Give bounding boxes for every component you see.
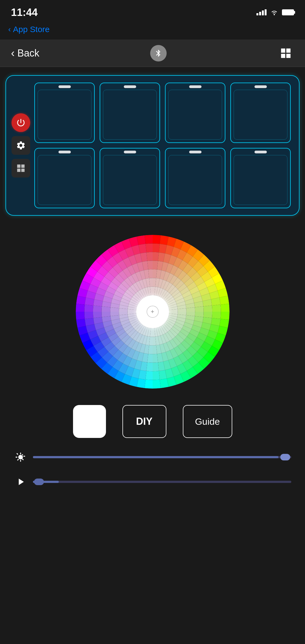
grid-view-button[interactable] — [278, 45, 294, 61]
led-button-8[interactable] — [230, 148, 291, 208]
layout-button[interactable] — [12, 159, 30, 178]
status-icons — [256, 9, 294, 15]
brightness-slider-row — [14, 452, 291, 463]
device-panel-container — [0, 67, 305, 224]
back-label: Back — [17, 47, 39, 59]
signal-icon — [256, 9, 267, 15]
sun-icon — [15, 452, 26, 463]
led-button-2[interactable] — [100, 83, 160, 143]
sliders-section — [0, 446, 305, 518]
buttons-row: DIY Guide — [0, 397, 305, 446]
settings-icon — [16, 140, 26, 150]
left-controls — [12, 113, 30, 178]
back-chevron-nav-icon: ‹ — [11, 47, 15, 59]
white-color-button[interactable] — [73, 405, 106, 438]
brightness-fill — [33, 456, 278, 458]
led-button-5[interactable] — [34, 148, 95, 208]
battery-icon — [282, 9, 294, 15]
speed-thumb[interactable] — [34, 479, 44, 485]
led-button-7[interactable] — [165, 148, 225, 208]
brightness-icon — [14, 452, 27, 463]
app-store-label: App Store — [13, 25, 49, 34]
back-chevron-icon: ‹ — [8, 25, 11, 34]
back-button[interactable]: ‹ Back — [11, 47, 39, 59]
button-grid — [34, 83, 291, 208]
brightness-thumb[interactable] — [280, 454, 290, 460]
app-store-bar: ‹ App Store — [0, 25, 305, 40]
app-store-link[interactable]: ‹ App Store — [8, 25, 297, 34]
bluetooth-icon — [154, 49, 163, 57]
status-bar: 11:44 — [0, 0, 305, 25]
color-wheel[interactable]: + — [76, 235, 230, 389]
color-wheel-center[interactable]: + — [136, 295, 169, 328]
color-wheel-section: + — [0, 224, 305, 397]
settings-button[interactable] — [12, 136, 30, 155]
status-time: 11:44 — [11, 7, 38, 18]
bluetooth-button[interactable] — [150, 45, 167, 61]
power-icon — [16, 118, 26, 128]
play-icon — [15, 476, 26, 487]
plus-icon: + — [151, 308, 154, 315]
guide-button[interactable]: Guide — [183, 405, 232, 438]
led-button-3[interactable] — [165, 83, 225, 143]
brightness-track[interactable] — [33, 456, 291, 458]
speed-track[interactable] — [33, 481, 291, 483]
diy-button[interactable]: DIY — [122, 405, 166, 438]
speed-slider-row — [14, 476, 291, 487]
crosshair-icon: + — [147, 306, 159, 318]
power-button[interactable] — [12, 113, 30, 132]
device-panel — [5, 75, 300, 216]
led-button-1[interactable] — [34, 83, 95, 143]
led-button-6[interactable] — [100, 148, 160, 208]
speed-icon — [14, 476, 27, 487]
nav-header: ‹ Back — [0, 40, 305, 67]
diy-label: DIY — [136, 416, 152, 427]
wifi-icon — [270, 9, 278, 15]
led-button-4[interactable] — [230, 83, 291, 143]
guide-label: Guide — [195, 416, 220, 427]
grid-icon — [279, 47, 292, 60]
layout-icon — [16, 163, 26, 173]
